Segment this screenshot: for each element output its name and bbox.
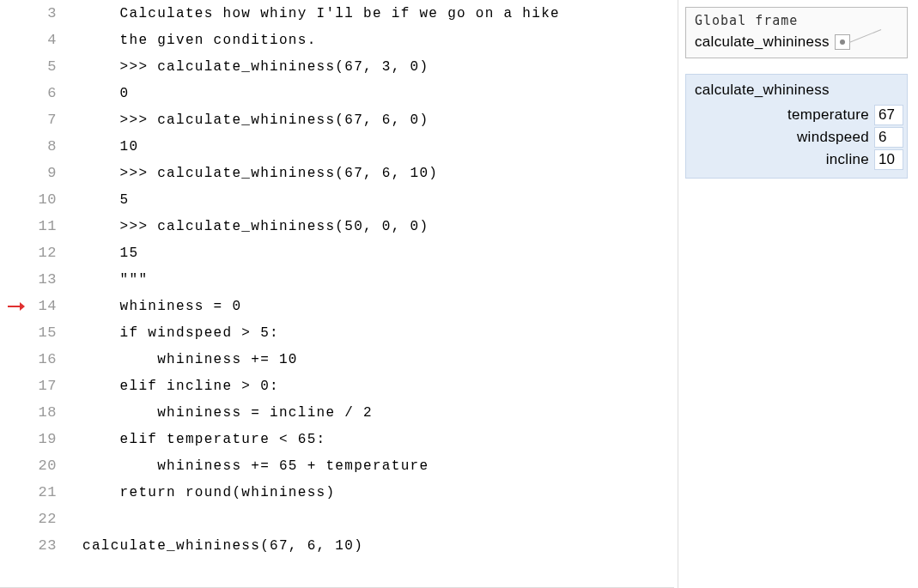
line-number: 20	[33, 458, 65, 474]
line-number: 16	[33, 351, 65, 367]
code-text: whininess = incline / 2	[65, 405, 373, 421]
local-frame: calculate_whininess temperature 67 winds…	[685, 74, 908, 179]
code-line: 21 return round(whininess)	[0, 479, 674, 506]
code-text: calculate_whininess(67, 6, 10)	[65, 538, 363, 554]
code-line: 6 0	[0, 80, 674, 106]
code-line: 8 10	[0, 133, 674, 160]
code-line: 5 >>> calculate_whininess(67, 3, 0)	[0, 53, 674, 80]
code-line: 10 5	[0, 186, 674, 213]
code-line: 14 whininess = 0	[0, 293, 674, 319]
code-line: 7 >>> calculate_whininess(67, 6, 0)	[0, 106, 674, 133]
code-line: 12 15	[0, 239, 674, 266]
code-text: the given conditions.	[65, 33, 317, 48]
code-text: Calculates how whiny I'll be if we go on…	[65, 6, 560, 21]
global-var-name: calculate_whininess	[695, 33, 830, 51]
line-number: 21	[33, 484, 65, 500]
line-number: 11	[33, 218, 65, 234]
var-name: temperature	[787, 106, 874, 124]
code-panel: 3 Calculates how whiny I'll be if we go …	[0, 0, 674, 588]
global-frame: Global frame calculate_whininess	[685, 7, 908, 58]
var-name: windspeed	[797, 129, 874, 146]
code-text: >>> calculate_whininess(67, 3, 0)	[65, 59, 429, 75]
frame-var-row: windspeed 6	[690, 126, 903, 149]
code-text: return round(whininess)	[65, 485, 335, 500]
code-text: >>> calculate_whininess(67, 6, 10)	[65, 166, 438, 181]
line-number: 7	[33, 112, 65, 128]
code-text: 10	[65, 139, 138, 155]
code-text: if windspeed > 5:	[65, 325, 279, 341]
line-number: 19	[33, 431, 65, 447]
code-line: 11 >>> calculate_whininess(50, 0, 0)	[0, 213, 674, 239]
code-line: 19 elif temperature < 65:	[0, 426, 674, 452]
code-text: """	[65, 272, 148, 288]
line-number: 17	[33, 378, 65, 394]
line-number: 5	[33, 58, 65, 75]
line-number: 14	[33, 298, 65, 314]
code-text: whininess = 0	[65, 299, 241, 314]
line-number: 23	[33, 537, 65, 554]
line-number: 10	[33, 191, 65, 208]
code-text: >>> calculate_whininess(67, 6, 0)	[65, 112, 429, 128]
global-frame-title: Global frame	[695, 13, 898, 28]
code-line: 20 whininess += 65 + temperature	[0, 452, 674, 479]
code-line: 18 whininess = incline / 2	[0, 399, 674, 426]
code-line: 15 if windspeed > 5:	[0, 319, 674, 346]
line-number: 3	[33, 5, 65, 21]
current-line-arrow-icon	[8, 301, 25, 312]
code-text: 0	[65, 86, 130, 101]
code-text: elif temperature < 65:	[65, 432, 325, 447]
line-number: 13	[33, 271, 65, 288]
line-number: 12	[33, 245, 65, 261]
code-line: 16 whininess += 10	[0, 346, 674, 373]
svg-marker-1	[20, 302, 25, 311]
code-text: whininess += 10	[65, 352, 298, 367]
code-line: 23calculate_whininess(67, 6, 10)	[0, 532, 674, 559]
code-line: 3 Calculates how whiny I'll be if we go …	[0, 0, 674, 27]
line-number: 15	[33, 324, 65, 341]
frame-var-row: temperature 67	[690, 104, 903, 126]
code-line: 17 elif incline > 0:	[0, 373, 674, 399]
code-line: 4 the given conditions.	[0, 27, 674, 53]
line-number: 4	[33, 32, 65, 48]
code-text: whininess += 65 + temperature	[65, 458, 429, 474]
code-line: 22	[0, 506, 674, 532]
code-line: 13 """	[0, 266, 674, 293]
var-value: 6	[874, 127, 903, 148]
code-text: elif incline > 0:	[65, 379, 279, 394]
global-frame-entry: calculate_whininess	[695, 33, 898, 51]
code-line: 9 >>> calculate_whininess(67, 6, 10)	[0, 160, 674, 186]
line-number: 8	[33, 138, 65, 155]
var-value: 67	[874, 105, 903, 125]
local-frame-title: calculate_whininess	[690, 82, 903, 99]
var-name: incline	[826, 151, 874, 168]
code-text: >>> calculate_whininess(50, 0, 0)	[65, 219, 429, 234]
line-number: 22	[33, 511, 65, 527]
line-number: 6	[33, 85, 65, 101]
line-number: 9	[33, 165, 65, 181]
code-text: 5	[65, 192, 130, 208]
reference-pointer	[835, 34, 850, 50]
code-text: 15	[65, 246, 138, 261]
arrow-gutter	[0, 301, 33, 312]
frame-var-row: incline 10	[690, 149, 903, 171]
var-value: 10	[874, 149, 903, 170]
frames-panel: Global frame calculate_whininess calcula…	[678, 0, 918, 588]
line-number: 18	[33, 404, 65, 421]
